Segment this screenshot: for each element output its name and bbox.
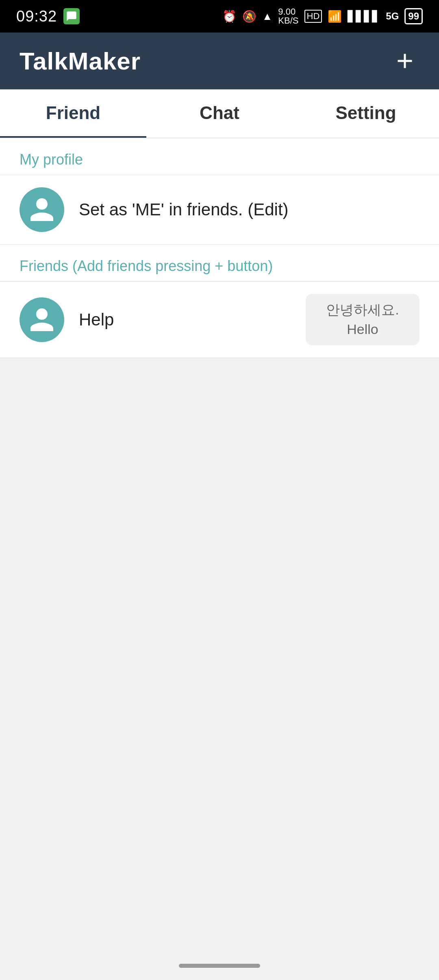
- main-content: My profile Set as 'ME' in friends. (Edit…: [0, 138, 439, 358]
- my-profile-name: Set as 'ME' in friends. (Edit): [79, 200, 419, 219]
- tab-friend[interactable]: Friend: [0, 89, 146, 138]
- bluetooth-icon: ▲: [262, 10, 273, 23]
- tab-chat[interactable]: Chat: [146, 89, 293, 138]
- app-title: TalkMaker: [20, 47, 141, 75]
- battery-indicator: 99: [404, 8, 423, 24]
- tab-setting[interactable]: Setting: [293, 89, 439, 138]
- status-bar: 09:32 ⏰ 🔕 ▲ 9.00KB/S HD 📶 ▋▋▋▋ 5G 99: [0, 0, 439, 33]
- signal-bars-icon: ▋▋▋▋: [348, 10, 380, 23]
- hd-badge: HD: [304, 10, 322, 23]
- friend-avatar: [20, 297, 64, 342]
- status-bar-left: 09:32: [16, 8, 80, 25]
- mute-icon: 🔕: [242, 10, 256, 23]
- alarm-icon: ⏰: [222, 10, 237, 23]
- wifi-icon: 📶: [328, 10, 342, 23]
- friend-row[interactable]: Help 안녕하세요. Hello: [0, 282, 439, 358]
- divider-friend-bottom: [0, 358, 439, 358]
- nav-indicator: [179, 964, 260, 968]
- friends-section-header: Friends (Add friends pressing + button): [0, 245, 439, 281]
- 5g-icon: 5G: [386, 11, 399, 22]
- status-time: 09:32: [16, 8, 57, 25]
- status-bar-right: ⏰ 🔕 ▲ 9.00KB/S HD 📶 ▋▋▋▋ 5G 99: [222, 7, 423, 25]
- app-header: TalkMaker: [0, 33, 439, 89]
- friend-name: Help: [79, 310, 291, 330]
- my-profile-row[interactable]: Set as 'ME' in friends. (Edit): [0, 175, 439, 244]
- tab-bar: Friend Chat Setting: [0, 89, 439, 138]
- add-button[interactable]: [390, 46, 419, 76]
- my-profile-section-header: My profile: [0, 138, 439, 175]
- message-notification-icon: [63, 8, 80, 24]
- speed-indicator: 9.00KB/S: [278, 7, 298, 25]
- battery-level: 99: [408, 11, 419, 22]
- friend-message-preview: 안녕하세요. Hello: [306, 294, 419, 345]
- my-avatar: [20, 187, 64, 232]
